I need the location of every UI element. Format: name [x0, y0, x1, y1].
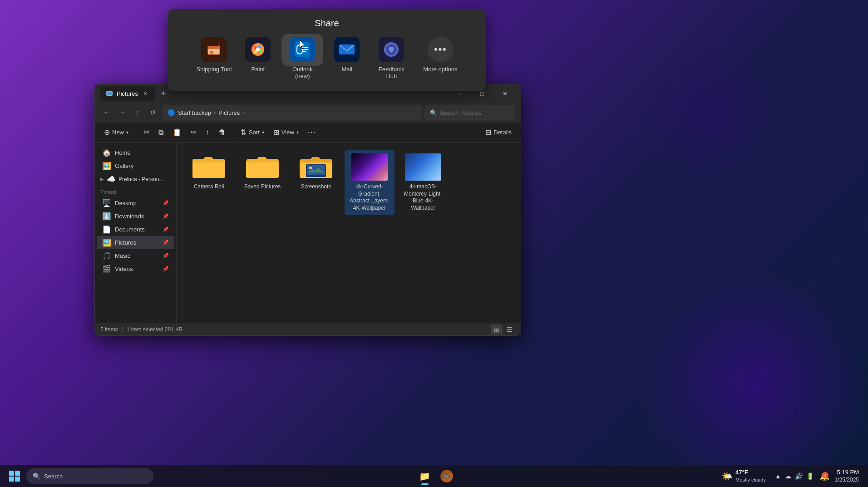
- show-desktop-icon: ▲: [775, 472, 781, 480]
- sidebar-item-downloads[interactable]: ⬇️ Downloads 📌: [97, 210, 174, 223]
- desktop-icon: 🖥️: [102, 199, 111, 207]
- share-app-paint[interactable]: Paint: [245, 37, 271, 73]
- svg-point-5: [258, 45, 261, 48]
- cloud-icon: ☁️: [107, 175, 116, 183]
- up-btn[interactable]: ↑: [131, 106, 144, 119]
- feedbackhub-label: Feedback Hub: [373, 66, 409, 79]
- details-icon: ⊟: [485, 128, 491, 137]
- svg-rect-1: [208, 46, 220, 49]
- toolbar-sep2: [233, 127, 233, 138]
- details-btn[interactable]: ⊟ Details: [482, 126, 515, 139]
- taskbar-search-icon: 🔍: [33, 472, 40, 480]
- file-saved-pictures[interactable]: Saved Pictures: [237, 150, 287, 215]
- music-icon: 🎵: [102, 251, 111, 260]
- weather-temp: 47°F: [735, 469, 766, 477]
- share-app-feedbackhub[interactable]: Feedback Hub: [373, 37, 409, 79]
- rename-btn[interactable]: ✏: [187, 126, 200, 139]
- weather-widget[interactable]: 🌤️ 47°F Mostly cloudy: [718, 467, 769, 485]
- view-dropdown-icon: ▾: [296, 130, 299, 135]
- sidebar-item-home[interactable]: 🏠 Home: [97, 146, 174, 159]
- sidebar: 🏠 Home 🖼️ Gallery ▶ ☁️ Preluca - Person.…: [95, 143, 177, 323]
- view-label: View: [281, 129, 294, 136]
- svg-point-6: [260, 50, 262, 53]
- file-wallpaper2[interactable]: 4k-macOS-Monterey-Light-Blue-4K-Wallpape…: [398, 150, 448, 215]
- taskbar-app-explorer[interactable]: 📁: [415, 466, 435, 486]
- volume-icon: 🔊: [795, 472, 803, 480]
- taskbar-search[interactable]: 🔍 Search: [26, 468, 153, 484]
- sort-label: Sort: [249, 129, 260, 136]
- item-count: 5 items: [100, 326, 118, 333]
- sidebar-item-gallery[interactable]: 🖼️ Gallery: [97, 159, 174, 172]
- search-input[interactable]: [440, 109, 510, 116]
- weather-info: 47°F Mostly cloudy: [735, 469, 766, 483]
- share-app-mail[interactable]: Mail: [334, 37, 360, 73]
- sidebar-downloads-label: Downloads: [115, 213, 144, 220]
- sidebar-item-preluca[interactable]: ▶ ☁️ Preluca - Person...: [97, 172, 174, 186]
- tab-close-btn[interactable]: ✕: [142, 89, 150, 98]
- pictures-tab-icon: [106, 90, 113, 97]
- outlook-icon: [290, 37, 315, 62]
- share-app-outlook[interactable]: Outlook (new): [284, 37, 321, 79]
- share-btn[interactable]: ↑: [202, 126, 213, 139]
- share-popup-title: Share: [315, 18, 339, 29]
- search-bar[interactable]: 🔍: [424, 105, 515, 120]
- new-tab-btn[interactable]: +: [157, 87, 170, 100]
- sidebar-item-pictures[interactable]: 🖼️ Pictures 📌: [97, 236, 174, 249]
- active-tab[interactable]: Pictures ✕: [100, 86, 155, 101]
- sidebar-videos-label: Videos: [115, 266, 133, 272]
- mail-label: Mail: [341, 66, 352, 73]
- view-icon: ⊞: [273, 128, 279, 137]
- paste-btn[interactable]: 📋: [169, 126, 185, 139]
- delete-btn[interactable]: 🗑: [215, 126, 229, 139]
- breadcrumb-pictures[interactable]: Pictures: [218, 109, 240, 116]
- share-icon: ↑: [206, 128, 209, 137]
- new-btn[interactable]: ⊕ New ▾: [100, 126, 132, 139]
- file-screenshots[interactable]: Screenshots: [291, 150, 341, 215]
- cut-btn[interactable]: ✂: [140, 126, 153, 139]
- svg-point-20: [108, 93, 108, 93]
- weather-icon: 🌤️: [721, 471, 733, 482]
- sidebar-item-music[interactable]: 🎵 Music 📌: [97, 249, 174, 262]
- sidebar-item-videos[interactable]: 🎬 Videos 📌: [97, 262, 174, 275]
- notification-btn[interactable]: 🔔 3: [819, 471, 829, 481]
- mail-icon: [334, 37, 360, 62]
- sidebar-item-documents[interactable]: 📄 Documents 📌: [97, 223, 174, 236]
- svg-rect-13: [303, 49, 308, 50]
- forward-btn[interactable]: →: [116, 106, 128, 119]
- svg-rect-2: [210, 51, 213, 54]
- share-popup: Share Snipping Tool: [168, 9, 486, 91]
- start-btn[interactable]: [5, 467, 24, 485]
- view-btn[interactable]: ⊞ View ▾: [270, 126, 302, 139]
- file-wallpaper1[interactable]: 4k-Curved-Gradient-Abstract-Layers-4K-Wa…: [345, 150, 395, 215]
- share-app-moreoptions[interactable]: ••• More options: [423, 37, 457, 73]
- gallery-icon: 🖼️: [102, 162, 111, 170]
- breadcrumb-start[interactable]: Start backup: [178, 109, 211, 116]
- refresh-btn[interactable]: ↺: [147, 106, 159, 119]
- grid-view-btn[interactable]: ⊞: [491, 325, 503, 335]
- address-bar[interactable]: 🔵 Start backup › Pictures ›: [162, 105, 422, 120]
- clock-date: 1/25/2025: [835, 477, 859, 484]
- moreoptions-icon: •••: [428, 37, 453, 62]
- clock[interactable]: 5:19 PM 1/25/2025: [831, 467, 863, 485]
- sort-icon: ⇅: [241, 128, 247, 137]
- selected-info: 1 item selected 291 KB: [127, 326, 182, 333]
- toolbar-sep1: [136, 127, 136, 138]
- back-btn[interactable]: ←: [100, 106, 113, 119]
- sort-dropdown-icon: ▾: [262, 130, 264, 135]
- address-bar-icon: 🔵: [168, 109, 175, 116]
- close-btn[interactable]: ✕: [494, 86, 515, 101]
- sidebar-desktop-label: Desktop: [115, 200, 137, 207]
- file-camera-roll[interactable]: Camera Roll: [184, 150, 234, 215]
- win-logo-q3: [9, 477, 14, 482]
- taskbar-app-character[interactable]: 🎮: [437, 466, 457, 486]
- paste-icon: 📋: [173, 128, 182, 137]
- copy-btn[interactable]: ⧉: [155, 126, 167, 139]
- sort-btn[interactable]: ⇅ Sort ▾: [237, 126, 268, 139]
- details-view-btn[interactable]: ☰: [503, 325, 515, 335]
- share-app-snipping[interactable]: Snipping Tool: [197, 37, 232, 73]
- more-btn[interactable]: ···: [304, 125, 320, 139]
- wallpaper1-thumb: [351, 153, 388, 181]
- system-icons[interactable]: ▲ ☁ 🔊 🔋: [771, 471, 818, 482]
- share-apps-list: Snipping Tool Paint: [197, 37, 458, 79]
- sidebar-item-desktop[interactable]: 🖥️ Desktop 📌: [97, 197, 174, 210]
